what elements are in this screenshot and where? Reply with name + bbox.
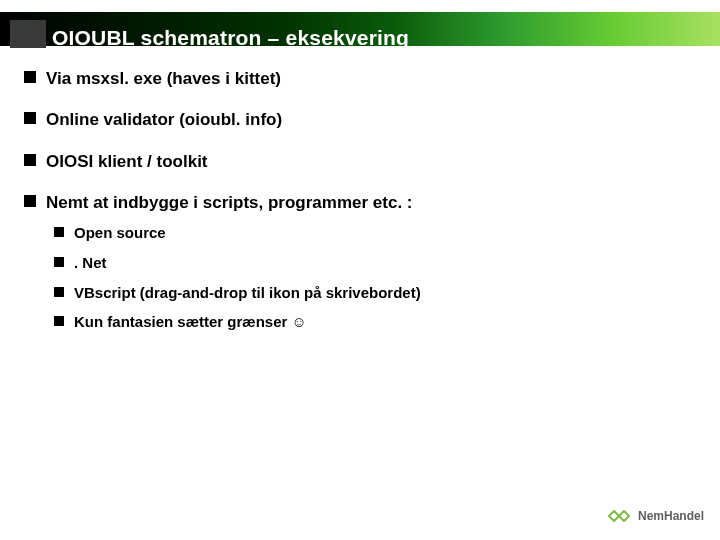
handshake-icon <box>606 505 632 527</box>
sub-bullet-text: VBscript (drag-and-drop til ikon på skri… <box>74 284 421 301</box>
slide-title: OIOUBL schematron – eksekvering <box>52 24 409 58</box>
sub-bullet-list: Open source . Net VBscript (drag-and-dro… <box>46 224 696 332</box>
bullet-text: Nemt at indbygge i scripts, programmer e… <box>46 193 413 212</box>
bullet-text: OIOSI klient / toolkit <box>46 152 208 171</box>
sub-bullet-item: Open source <box>54 224 696 243</box>
bullet-list: Via msxsl. exe (haves i kittet) Online v… <box>24 68 696 332</box>
sub-bullet-text: Kun fantasien sætter grænser ☺ <box>74 313 307 330</box>
bullet-item: OIOSI klient / toolkit <box>24 151 696 172</box>
slide-content: Via msxsl. exe (haves i kittet) Online v… <box>24 68 696 352</box>
footer-brand: NemHandel <box>638 510 704 522</box>
logo-box-icon <box>10 20 46 48</box>
sub-bullet-text: Open source <box>74 224 166 241</box>
bullet-text: Via msxsl. exe (haves i kittet) <box>46 69 281 88</box>
sub-bullet-item: Kun fantasien sætter grænser ☺ <box>54 313 696 332</box>
bullet-item: Via msxsl. exe (haves i kittet) <box>24 68 696 89</box>
footer-logo: NemHandel <box>606 502 704 530</box>
sub-bullet-item: . Net <box>54 254 696 273</box>
sub-bullet-item: VBscript (drag-and-drop til ikon på skri… <box>54 284 696 303</box>
slide: OIOUBL schematron – eksekvering Via msxs… <box>0 0 720 540</box>
sub-bullet-text: . Net <box>74 254 107 271</box>
bullet-text: Online validator (oioubl. info) <box>46 110 282 129</box>
title-bar: OIOUBL schematron – eksekvering <box>0 12 720 46</box>
footer-brand-main: NemHandel <box>638 509 704 523</box>
bullet-item: Online validator (oioubl. info) <box>24 109 696 130</box>
bullet-item: Nemt at indbygge i scripts, programmer e… <box>24 192 696 332</box>
